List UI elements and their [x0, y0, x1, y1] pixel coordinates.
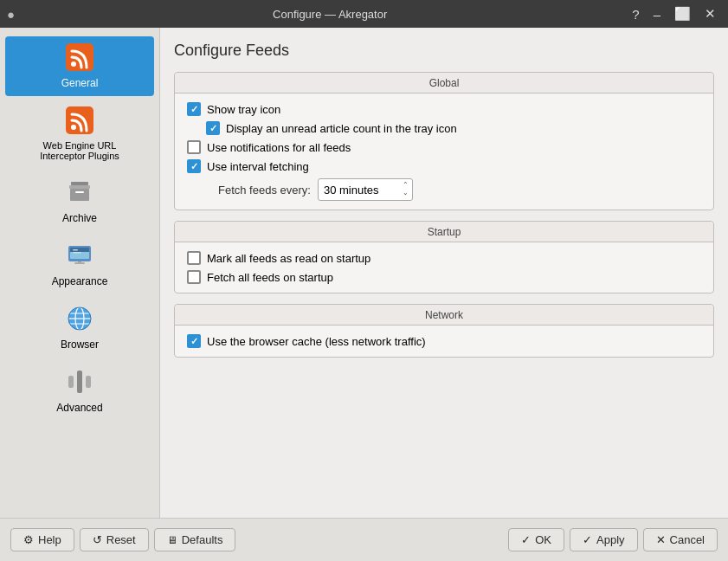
- bottom-bar: ⚙ Help ↺ Reset 🖥 Defaults ✓ OK ✓ Apply ✕…: [0, 518, 728, 561]
- svg-rect-0: [66, 43, 93, 71]
- checkbox-use-notifications[interactable]: [187, 140, 201, 154]
- titlebar: ● Configure — Akregator ? – ⬜ ✕: [0, 0, 728, 28]
- main-container: General Web Engine URL Interceptor Plugi…: [0, 28, 728, 518]
- label-use-notifications: Use notifications for all feeds: [207, 141, 351, 154]
- gear-icon: ⚙: [23, 533, 34, 546]
- section-title-network: Network: [175, 305, 713, 326]
- cancel-icon: ✕: [656, 533, 666, 546]
- row-display-unread-count: Display an unread article count in the t…: [206, 121, 701, 135]
- svg-point-1: [71, 61, 76, 67]
- section-body-global: Show tray icon Display an unread article…: [175, 94, 713, 210]
- defaults-icon: 🖥: [167, 534, 177, 546]
- ok-icon: ✓: [521, 533, 531, 546]
- label-display-unread-count: Display an unread article count in the t…: [226, 122, 457, 135]
- apply-button[interactable]: ✓ Apply: [570, 528, 638, 551]
- row-use-notifications: Use notifications for all feeds: [187, 140, 701, 154]
- bottom-right-buttons: ✓ OK ✓ Apply ✕ Cancel: [508, 528, 718, 551]
- archive-icon: [66, 178, 93, 210]
- sidebar-item-browser[interactable]: Browser: [5, 298, 154, 358]
- rss-icon-general: [66, 43, 93, 75]
- checkbox-show-tray-icon[interactable]: [187, 102, 201, 116]
- minimize-button[interactable]: –: [648, 5, 666, 23]
- help-button[interactable]: ?: [627, 5, 644, 23]
- sidebar-item-label-archive: Archive: [62, 212, 97, 224]
- svg-rect-4: [71, 182, 88, 185]
- svg-rect-2: [66, 106, 93, 134]
- svg-rect-5: [69, 185, 90, 189]
- svg-rect-6: [70, 189, 89, 201]
- svg-rect-7: [75, 191, 84, 193]
- ok-label: OK: [535, 533, 551, 546]
- cancel-label: Cancel: [670, 533, 705, 546]
- reset-button[interactable]: ↺ Reset: [80, 528, 149, 551]
- fetch-row: Fetch feeds every: 5 minutes 10 minutes …: [218, 178, 701, 201]
- sidebar-item-appearance[interactable]: Appearance: [5, 235, 154, 294]
- browser-icon: [66, 305, 93, 337]
- apply-icon: ✓: [583, 533, 592, 546]
- row-use-interval-fetching: Use interval fetching: [187, 159, 701, 173]
- section-body-network: Use the browser cache (less network traf…: [175, 326, 713, 357]
- row-use-browser-cache: Use the browser cache (less network traf…: [187, 334, 701, 348]
- sidebar: General Web Engine URL Interceptor Plugi…: [0, 28, 160, 518]
- label-use-interval-fetching: Use interval fetching: [207, 160, 309, 173]
- checkbox-fetch-all-startup[interactable]: [187, 270, 201, 284]
- label-fetch-all-startup: Fetch all feeds on startup: [207, 271, 333, 284]
- sidebar-item-label-appearance: Appearance: [52, 275, 108, 287]
- svg-rect-11: [73, 249, 78, 251]
- checkbox-use-browser-cache[interactable]: [187, 334, 201, 348]
- rss-icon-web-engine: [66, 106, 93, 139]
- fetch-select-wrapper: 5 minutes 10 minutes 15 minutes 30 minut…: [318, 178, 413, 201]
- cancel-button[interactable]: ✕ Cancel: [643, 528, 718, 551]
- titlebar-logo: ●: [7, 7, 33, 22]
- close-button[interactable]: ✕: [699, 4, 721, 23]
- checkbox-mark-all-read-startup[interactable]: [187, 251, 201, 265]
- sidebar-item-label-general: General: [61, 77, 99, 89]
- sidebar-item-general[interactable]: General: [5, 36, 154, 96]
- sidebar-item-label-advanced: Advanced: [56, 402, 102, 414]
- fetch-label: Fetch feeds every:: [218, 184, 311, 197]
- section-body-startup: Mark all feeds as read on startup Fetch …: [175, 242, 713, 293]
- checkbox-display-unread-count[interactable]: [206, 121, 220, 135]
- advanced-icon: [66, 368, 93, 400]
- apply-label: Apply: [596, 533, 625, 546]
- fetch-interval-select[interactable]: 5 minutes 10 minutes 15 minutes 30 minut…: [318, 178, 413, 201]
- checkbox-use-interval-fetching[interactable]: [187, 159, 201, 173]
- reset-label: Reset: [106, 533, 136, 546]
- restore-button[interactable]: ⬜: [669, 4, 696, 23]
- sidebar-item-label-web-engine: Web Engine URL Interceptor Plugins: [40, 140, 119, 161]
- svg-rect-23: [86, 376, 91, 388]
- label-show-tray-icon: Show tray icon: [207, 103, 280, 116]
- section-network: Network Use the browser cache (less netw…: [174, 304, 714, 358]
- svg-rect-22: [68, 376, 74, 388]
- row-mark-all-read-startup: Mark all feeds as read on startup: [187, 251, 701, 265]
- section-startup: Startup Mark all feeds as read on startu…: [174, 221, 714, 293]
- label-mark-all-read-startup: Mark all feeds as read on startup: [207, 252, 370, 265]
- row-show-tray-icon: Show tray icon: [187, 102, 701, 116]
- sidebar-item-archive[interactable]: Archive: [5, 171, 154, 231]
- section-title-startup: Startup: [175, 222, 713, 242]
- defaults-button[interactable]: 🖥 Defaults: [154, 528, 236, 551]
- page-title: Configure Feeds: [174, 42, 714, 60]
- appearance-icon: [66, 242, 93, 274]
- sidebar-item-web-engine[interactable]: Web Engine URL Interceptor Plugins: [5, 100, 154, 168]
- sidebar-item-advanced[interactable]: Advanced: [5, 361, 154, 421]
- row-fetch-all-startup: Fetch all feeds on startup: [187, 270, 701, 284]
- section-global: Global Show tray icon Display an unread …: [174, 72, 714, 210]
- svg-point-3: [71, 125, 76, 130]
- bottom-left-buttons: ⚙ Help ↺ Reset 🖥 Defaults: [10, 528, 235, 551]
- help-button[interactable]: ⚙ Help: [10, 528, 74, 551]
- reset-icon: ↺: [93, 533, 102, 546]
- sidebar-item-label-browser: Browser: [61, 339, 99, 351]
- label-use-browser-cache: Use the browser cache (less network traf…: [207, 335, 426, 348]
- titlebar-controls: ? – ⬜ ✕: [627, 4, 721, 23]
- help-label: Help: [38, 533, 61, 546]
- section-title-global: Global: [175, 73, 713, 94]
- svg-rect-12: [73, 252, 81, 254]
- svg-rect-21: [77, 371, 82, 393]
- svg-rect-14: [78, 261, 81, 263]
- ok-button[interactable]: ✓ OK: [508, 528, 564, 551]
- content-area: Configure Feeds Global Show tray icon Di…: [160, 28, 728, 518]
- titlebar-title: Configure — Akregator: [33, 8, 627, 21]
- defaults-label: Defaults: [182, 533, 223, 546]
